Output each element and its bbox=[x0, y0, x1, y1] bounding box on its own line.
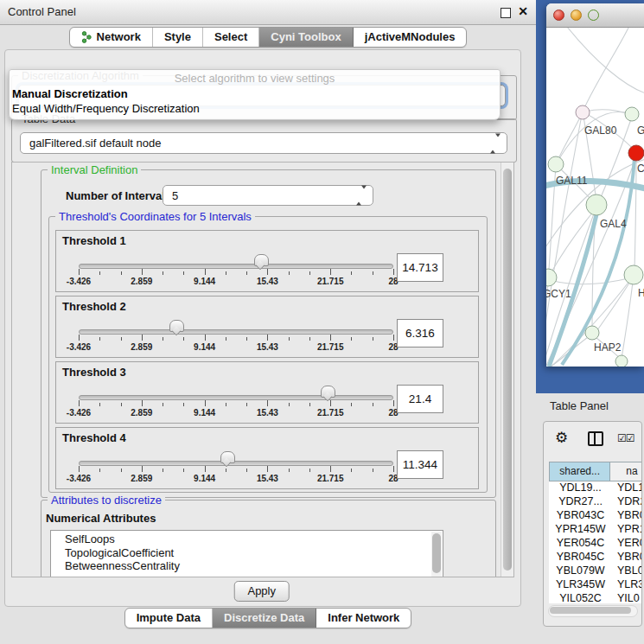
numerical-attributes-list[interactable]: SelfLoopsTopologicalCoefficientBetweenne… bbox=[50, 530, 443, 577]
tab-impute-data[interactable]: Impute Data bbox=[125, 609, 213, 628]
tick-label: 15.43 bbox=[257, 474, 278, 483]
threshold-value-field[interactable]: 11.344 bbox=[397, 450, 443, 479]
table-row[interactable]: YBL079WYBL0 bbox=[549, 564, 642, 578]
tab-style[interactable]: Style bbox=[153, 28, 203, 47]
cell-shared-name[interactable]: YPR145W bbox=[549, 523, 612, 537]
cell-shared-name[interactable]: YBR045C bbox=[549, 551, 612, 564]
network-window-titlebar[interactable] bbox=[546, 3, 644, 28]
cell-shared-name[interactable]: YBR043C bbox=[549, 509, 612, 523]
network-node[interactable] bbox=[628, 145, 644, 161]
tab-jactivemnodules[interactable]: jActiveMNodules bbox=[354, 28, 467, 47]
table-row[interactable]: YER054CYER0 bbox=[549, 537, 642, 551]
numerical-attributes-label: Numerical Attributes bbox=[46, 512, 156, 525]
network-canvas[interactable]: GAL80GACGAL11GAL4GCY1HHAP2 bbox=[546, 28, 644, 367]
attribute-item[interactable]: TopologicalCoefficient bbox=[51, 546, 443, 560]
dropdown-item[interactable]: Manual Discretization bbox=[10, 86, 500, 101]
network-edge[interactable] bbox=[558, 114, 582, 161]
cell-name[interactable]: YIL0 bbox=[612, 592, 642, 606]
cell-name[interactable]: YDL1 bbox=[612, 481, 642, 495]
network-node[interactable] bbox=[625, 107, 639, 121]
network-edge[interactable] bbox=[550, 278, 628, 284]
dropdown-item[interactable]: Equal Width/Frequency Discretization bbox=[10, 101, 500, 116]
network-node[interactable] bbox=[548, 156, 564, 172]
checkboxes-icon[interactable]: ☑☑ bbox=[617, 432, 634, 444]
attribute-item[interactable]: SelfLoops bbox=[51, 532, 443, 546]
table-data-combo[interactable]: galFiltered.sif default node bbox=[20, 132, 507, 154]
tick-label: 2.859 bbox=[131, 474, 152, 483]
attribute-item[interactable]: BetweennessCentrality bbox=[51, 559, 443, 573]
zoom-traffic-light[interactable] bbox=[588, 10, 599, 21]
tab-network[interactable]: Network bbox=[70, 28, 153, 47]
network-edge[interactable] bbox=[622, 282, 633, 359]
threshold-slider[interactable]: -3.4262.8599.14415.4321.71528 bbox=[79, 231, 393, 291]
cell-shared-name[interactable]: YBL079W bbox=[549, 564, 612, 578]
threshold-slider[interactable]: -3.4262.8599.14415.4321.71528 bbox=[79, 428, 393, 488]
cell-name[interactable]: YPR1 bbox=[612, 523, 642, 537]
threshold-slider[interactable]: -3.4262.8599.14415.4321.71528 bbox=[79, 296, 393, 357]
network-edge[interactable] bbox=[564, 28, 644, 93]
tab-select[interactable]: Select bbox=[203, 28, 259, 47]
tab-cyni-toolbox[interactable]: Cyni Toolbox bbox=[259, 28, 353, 47]
network-node[interactable] bbox=[585, 326, 599, 340]
tick-label: 15.43 bbox=[257, 342, 278, 352]
node-table[interactable]: shared... na YDL19...YDL1YDR27...YDR2YBR… bbox=[549, 462, 642, 603]
table-row[interactable]: YBR043CYBR0 bbox=[549, 509, 642, 523]
node-label: GA bbox=[637, 124, 644, 137]
cell-shared-name[interactable]: YIL052C bbox=[549, 592, 612, 606]
tab-discretize-data[interactable]: Discretize Data bbox=[213, 609, 316, 628]
network-graph[interactable]: GAL80GACGAL11GAL4GCY1HHAP2 bbox=[546, 28, 644, 367]
column-header-shared-name[interactable]: shared... bbox=[550, 462, 610, 481]
apply-button[interactable]: Apply bbox=[234, 581, 290, 602]
tick-label: 15.43 bbox=[257, 277, 278, 286]
table-row[interactable]: YLR345WYLR3 bbox=[549, 578, 642, 592]
vertical-scrollbar[interactable] bbox=[501, 163, 513, 577]
float-window-icon[interactable] bbox=[501, 8, 511, 18]
table-data-combo-value: galFiltered.sif default node bbox=[29, 137, 161, 150]
slider-thumb[interactable] bbox=[321, 386, 335, 398]
network-node[interactable] bbox=[615, 355, 628, 367]
tick-label: 2.859 bbox=[131, 408, 152, 418]
tab-label: Select bbox=[214, 28, 247, 47]
tab-infer-network[interactable]: Infer Network bbox=[316, 609, 411, 628]
table-row[interactable]: YBR045CYBR0 bbox=[549, 551, 642, 564]
network-window[interactable]: GAL80GACGAL11GAL4GCY1HHAP2 bbox=[546, 3, 644, 367]
threshold-value-field[interactable]: 6.316 bbox=[397, 319, 443, 348]
slider-thumb[interactable] bbox=[169, 320, 184, 332]
number-of-intervals-combo[interactable]: 5 bbox=[163, 185, 373, 206]
threshold-value-field[interactable]: 14.713 bbox=[397, 253, 443, 282]
network-node[interactable] bbox=[546, 269, 557, 286]
cell-name[interactable]: YBL0 bbox=[612, 564, 642, 578]
slider-thumb[interactable] bbox=[220, 451, 235, 463]
close-icon[interactable]: ✕ bbox=[518, 4, 528, 18]
network-node[interactable] bbox=[624, 265, 643, 284]
close-traffic-light[interactable] bbox=[553, 10, 564, 21]
network-edge[interactable] bbox=[597, 280, 631, 330]
horizontal-scrollbar[interactable] bbox=[548, 605, 638, 617]
cell-name[interactable]: YLR3 bbox=[612, 578, 642, 592]
list-scrollbar[interactable] bbox=[431, 532, 442, 577]
cell-name[interactable]: YBR0 bbox=[612, 509, 642, 523]
tick-label: 9.144 bbox=[194, 474, 215, 483]
gear-icon[interactable]: ⚙ bbox=[555, 430, 568, 445]
table-row[interactable]: YDR27...YDR2 bbox=[549, 495, 642, 509]
threshold-slider[interactable]: -3.4262.8599.14415.4321.71528 bbox=[79, 362, 393, 423]
cyni-toolbox-panel: Discretization Algorithm Table Data galF… bbox=[4, 49, 521, 607]
split-columns-icon[interactable] bbox=[588, 431, 603, 446]
cell-shared-name[interactable]: YLR345W bbox=[549, 578, 612, 592]
table-row[interactable]: YDL19...YDL1 bbox=[549, 481, 642, 495]
cell-name[interactable]: YBR0 bbox=[612, 551, 642, 564]
control-panel-titlebar: Control Panel ✕ bbox=[0, 0, 536, 25]
cell-shared-name[interactable]: YDR27... bbox=[549, 495, 612, 509]
table-row[interactable]: YIL052CYIL0 bbox=[549, 592, 642, 606]
threshold-value-field[interactable]: 21.4 bbox=[397, 385, 443, 413]
slider-thumb[interactable] bbox=[254, 254, 269, 266]
network-node[interactable] bbox=[576, 105, 590, 119]
cell-shared-name[interactable]: YER054C bbox=[549, 537, 612, 551]
network-node[interactable] bbox=[586, 194, 607, 215]
cell-shared-name[interactable]: YDL19... bbox=[549, 481, 612, 495]
column-header-name[interactable]: na bbox=[610, 462, 642, 481]
cell-name[interactable]: YER0 bbox=[612, 537, 642, 551]
table-row[interactable]: YPR145WYPR1 bbox=[549, 523, 642, 537]
minimize-traffic-light[interactable] bbox=[571, 10, 582, 21]
cell-name[interactable]: YDR2 bbox=[612, 495, 642, 509]
